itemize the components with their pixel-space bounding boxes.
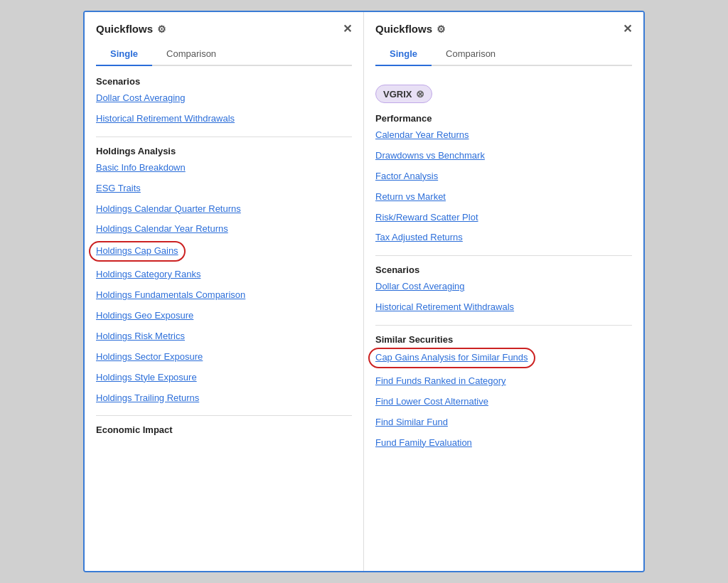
- left-section-holdings-title: Holdings Analysis: [96, 146, 352, 156]
- left-divider-2: [96, 415, 352, 416]
- right-item-cap-gains-analysis-similar-funds[interactable]: Cap Gains Analysis for Similar Funds: [375, 351, 632, 364]
- left-close-icon[interactable]: ✕: [343, 22, 352, 36]
- left-item-holdings-sector-exposure[interactable]: Holdings Sector Exposure: [96, 351, 352, 363]
- right-item-dollar-cost-averaging[interactable]: Dollar Cost Averaging: [375, 281, 632, 293]
- right-divider-1: [375, 255, 632, 256]
- right-panel-body: VGRIX ⊗ Performance Calendar Year Return…: [364, 66, 643, 571]
- right-item-find-similar-fund[interactable]: Find Similar Fund: [375, 417, 632, 429]
- right-section-scenarios: Scenarios Dollar Cost Averaging Historic…: [375, 264, 632, 314]
- right-item-fund-family-evaluation[interactable]: Fund Family Evaluation: [375, 437, 632, 449]
- right-panel-header: Quickflows ⚙ ✕: [364, 12, 643, 36]
- right-title-text: Quickflows: [375, 23, 432, 35]
- right-item-historical-retirement-withdrawals[interactable]: Historical Retirement Withdrawals: [375, 301, 632, 314]
- vgrix-tag[interactable]: VGRIX ⊗: [375, 85, 432, 103]
- left-item-historical-retirement-withdrawals[interactable]: Historical Retirement Withdrawals: [96, 113, 352, 125]
- right-section-performance: Performance Calendar Year Returns Drawdo…: [375, 113, 632, 244]
- right-item-calendar-year-returns[interactable]: Calendar Year Returns: [375, 129, 632, 141]
- right-section-similar-securities: Similar Securities Cap Gains Analysis fo…: [375, 334, 632, 449]
- left-section-scenarios: Scenarios Dollar Cost Averaging Historic…: [96, 76, 352, 125]
- left-section-economic-impact: Economic Impact: [96, 424, 352, 435]
- right-section-similar-securities-title: Similar Securities: [375, 334, 632, 345]
- left-item-esg-traits[interactable]: ESG Traits: [96, 183, 352, 195]
- left-item-holdings-risk-metrics[interactable]: Holdings Risk Metrics: [96, 331, 352, 343]
- right-item-find-funds-ranked-in-category[interactable]: Find Funds Ranked in Category: [375, 375, 632, 387]
- tag-close-button[interactable]: ⊗: [416, 88, 424, 100]
- left-item-holdings-calendar-quarter-returns[interactable]: Holdings Calendar Quarter Returns: [96, 203, 352, 215]
- right-item-return-vs-market[interactable]: Return vs Market: [375, 191, 632, 203]
- right-panel-title: Quickflows ⚙: [375, 23, 446, 35]
- right-tab-single[interactable]: Single: [375, 43, 432, 66]
- left-tabs: Single Comparison: [96, 43, 352, 66]
- left-panel-title: Quickflows ⚙: [96, 23, 166, 35]
- right-section-performance-title: Performance: [375, 113, 632, 124]
- left-panel: Quickflows ⚙ ✕ Single Comparison Scenari…: [85, 12, 364, 571]
- left-item-holdings-fundamentals-comparison[interactable]: Holdings Fundamentals Comparison: [96, 289, 352, 301]
- left-item-holdings-trailing-returns[interactable]: Holdings Trailing Returns: [96, 392, 352, 405]
- tag-label: VGRIX: [383, 89, 412, 100]
- right-item-tax-adjusted-returns[interactable]: Tax Adjusted Returns: [375, 232, 632, 244]
- right-item-drawdowns-vs-benchmark[interactable]: Drawdowns vs Benchmark: [375, 150, 632, 162]
- right-tab-comparison[interactable]: Comparison: [432, 43, 510, 66]
- left-tab-single[interactable]: Single: [96, 43, 152, 66]
- left-item-holdings-calendar-year-returns[interactable]: Holdings Calendar Year Returns: [96, 223, 352, 235]
- left-gear-icon[interactable]: ⚙: [157, 23, 166, 35]
- right-close-icon[interactable]: ✕: [623, 22, 632, 36]
- left-section-economic-title: Economic Impact: [96, 424, 352, 435]
- left-item-holdings-category-ranks[interactable]: Holdings Category Ranks: [96, 269, 352, 281]
- left-item-holdings-style-exposure[interactable]: Holdings Style Exposure: [96, 372, 352, 384]
- left-divider-1: [96, 137, 352, 137]
- right-item-risk-reward-scatter-plot[interactable]: Risk/Reward Scatter Plot: [375, 212, 632, 224]
- right-gear-icon[interactable]: ⚙: [437, 23, 446, 35]
- right-panel: Quickflows ⚙ ✕ Single Comparison VGRIX ⊗: [364, 12, 643, 571]
- left-item-dollar-cost-averaging[interactable]: Dollar Cost Averaging: [96, 92, 352, 105]
- tag-container: VGRIX ⊗: [375, 85, 632, 103]
- right-tabs: Single Comparison: [375, 43, 632, 66]
- left-title-text: Quickflows: [96, 23, 153, 35]
- left-section-scenarios-title: Scenarios: [96, 76, 352, 87]
- left-panel-body: Scenarios Dollar Cost Averaging Historic…: [85, 66, 363, 571]
- right-item-factor-analysis[interactable]: Factor Analysis: [375, 171, 632, 183]
- left-panel-header: Quickflows ⚙ ✕: [85, 12, 363, 36]
- left-item-basic-info-breakdown[interactable]: Basic Info Breakdown: [96, 162, 352, 174]
- right-item-find-lower-cost-alternative[interactable]: Find Lower Cost Alternative: [375, 396, 632, 408]
- right-divider-2: [375, 325, 632, 326]
- left-item-holdings-geo-exposure[interactable]: Holdings Geo Exposure: [96, 310, 352, 322]
- left-item-holdings-cap-gains[interactable]: Holdings Cap Gains: [96, 244, 352, 257]
- left-tab-comparison[interactable]: Comparison: [152, 43, 230, 66]
- right-section-scenarios-title: Scenarios: [375, 264, 632, 275]
- left-section-holdings-analysis: Holdings Analysis Basic Info Breakdown E…: [96, 146, 352, 405]
